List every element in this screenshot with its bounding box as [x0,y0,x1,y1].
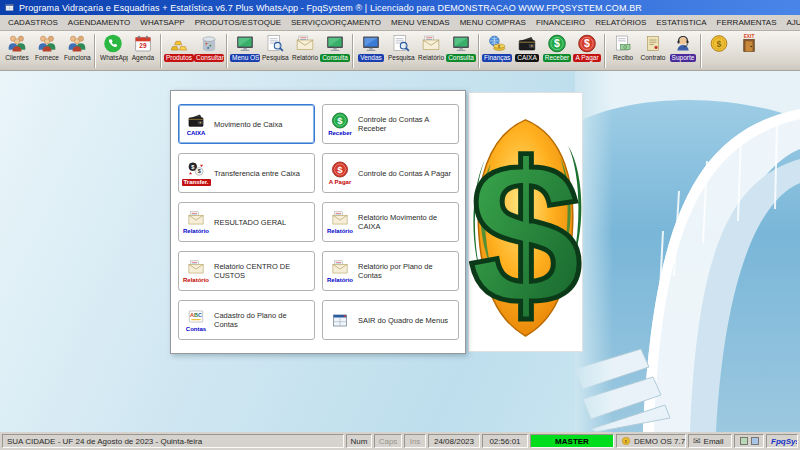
coin-icon [621,436,631,446]
toolbar-button-caixa[interactable]: CAIXA [512,32,542,70]
caixa-wallet-icon: CAIXA [182,111,210,137]
toolbar-button-clientes[interactable]: Clientes [2,32,32,70]
toolbar-separator [352,34,353,68]
tool-icon-1 [740,437,748,445]
toolbar-button-funcionarios[interactable]: Funciona [62,32,92,70]
menu-button-movimento-de-caixa[interactable]: CAIXA Movimento de Caixa [178,104,315,144]
system-version-text: DEMO OS 7.7 [634,437,685,446]
app-icon [4,2,15,13]
toolbar-button-vendas[interactable]: Vendas [356,32,386,70]
toolbar-label: Clientes [3,54,30,62]
toolbar-button-whatsapp[interactable]: WhatsApp [98,32,128,70]
status-date: 24/08/2023 [428,434,480,448]
search-document-icon [390,33,412,54]
report-envelope-icon: Relatório [326,209,354,235]
report-envelope-icon: Relatório [182,209,210,235]
icon-caption: Contas [186,326,206,333]
report-envelope-icon [294,33,316,54]
status-brand[interactable]: FpqSystem [766,434,798,448]
menu-button-contas-a-receber[interactable]: Receber Controle do Contas A Receber [322,104,459,144]
status-location-text: SUA CIDADE - UF 24 de Agosto de 2023 - Q… [7,437,202,446]
toolbar-button-pesquisa-os[interactable]: Pesquisa [260,32,290,70]
toolbar-label: Produtos [164,54,194,62]
menu-button-label: Transferencia entre Caixa [214,169,300,178]
menu-button-sair-quadro-de-menus[interactable]: SAIR do Quadro de Menus [322,300,459,340]
menu-servico-orcamento[interactable]: SERVIÇO/ORÇAMENTO [286,18,386,27]
email-text: Email [704,437,724,446]
menu-button-label: Cadastro do Plano de Contas [214,311,311,329]
app-window: Programa Vidraçaria e Esquadrias + Estat… [0,0,800,450]
menu-button-relatorio-movimento-caixa[interactable]: Relatório Relatório Movimento de CAIXA [322,202,459,242]
toolbar-label: Finanças [482,54,512,62]
menu-menu-vendas[interactable]: MENU VENDAS [386,18,455,27]
wallet-icon [516,33,538,54]
toolbar-button-consulta-vendas[interactable]: Consulta [446,32,476,70]
icon-caption: A Pagar [329,179,351,186]
toolbar-label: Vendas [358,54,384,62]
toolbar-button-relatorio-os[interactable]: Relatório [290,32,320,70]
menu-button-relatorio-por-plano-de-contas[interactable]: Relatório Relatório por Plano de Contas [322,251,459,291]
menu-produtos-estoque[interactable]: PRODUTOS/ESTOQUE [190,18,286,27]
toolbar-label: Relatório [416,54,446,62]
monitor-icon [450,33,472,54]
status-num-lock: Num [346,434,372,448]
toolbar-button-recibo[interactable]: Recibo [608,32,638,70]
menu-ajuda[interactable]: AJUDA [781,18,800,27]
menu-button-label: Relatório por Plano de Contas [358,262,455,280]
report-envelope-icon [420,33,442,54]
status-email[interactable]: ✉Email [688,434,732,448]
report-envelope-icon: Relatório [326,258,354,284]
dollar-logo: $ [468,92,583,352]
menu-menu-compras[interactable]: MENU COMPRAS [455,18,531,27]
toolbar-button-pesquisa-vendas[interactable]: Pesquisa [386,32,416,70]
exit-door-icon [738,33,760,54]
user-name-text: MASTER [555,437,589,446]
tool-icon-2 [751,437,759,445]
menu-relatorios[interactable]: RELATÓRIOS [590,18,651,27]
menu-button-contas-a-pagar[interactable]: A Pagar Controle do Contas A Pagar [322,153,459,193]
finance-coins-icon [486,33,508,54]
toolbar-button-exit[interactable] [734,32,764,70]
menu-whatsapp[interactable]: WHATSAPP [135,18,189,27]
status-bar: SUA CIDADE - UF 24 de Agosto de 2023 - Q… [0,432,800,450]
toolbar-button-agenda[interactable]: Agenda [128,32,158,70]
toolbar-button-fornecedores[interactable]: Fornece [32,32,62,70]
svg-text:$: $ [469,120,582,347]
toolbar-label: Agenda [130,54,156,62]
toolbar-button-receber[interactable]: Receber [542,32,572,70]
dollar-red-icon [576,33,598,54]
menu-button-transferencia-entre-caixa[interactable]: Transfer. Transferencia entre Caixa [178,153,315,193]
toolbar-button-relatorio-vendas[interactable]: Relatório [416,32,446,70]
menu-button-relatorio-centro-de-custos[interactable]: Relatório Relatório CENTRO DE CUSTOS [178,251,315,291]
status-tools[interactable] [734,434,764,448]
toolbar-label: Fornece [33,54,61,62]
window-title: Programa Vidraçaria e Esquadrias + Estat… [19,3,642,13]
toolbar-button-contrato[interactable]: Contrato [638,32,668,70]
dollar-logo-graphic: $ [469,93,582,351]
menu-estatistica[interactable]: ESTATISTICA [651,18,711,27]
toolbar-separator [604,34,605,68]
toolbar-label: A Pagar [573,54,600,62]
menu-cadastros[interactable]: CADASTROS [3,18,63,27]
icon-caption: Relatório [183,228,209,235]
menu-financeiro[interactable]: FINANCEIRO [531,18,590,27]
toolbar-button-consulta-os[interactable]: Consulta [320,32,350,70]
toolbar-button-financas[interactable]: Finanças [482,32,512,70]
num-lock-text: Num [351,437,368,446]
toolbar-button-suporte[interactable]: Suporte [668,32,698,70]
menu-ferramentas[interactable]: FERRAMENTAS [712,18,782,27]
status-user-badge: MASTER [530,434,614,448]
toolbar-button-moedas[interactable] [704,32,734,70]
toolbar-button-produtos[interactable]: Produtos [164,32,194,70]
menu-bar: CADASTROS AGENDAMENTO WHATSAPP PRODUTOS/… [0,15,800,31]
toolbar-label: WhatsApp [98,54,128,62]
menu-button-label: Controle do Contas A Receber [358,115,455,133]
status-system-version: DEMO OS 7.7 [616,434,686,448]
toolbar-button-menu-os[interactable]: Menu OS [230,32,260,70]
menu-button-resultado-geral[interactable]: Relatório RESULTADO GERAL [178,202,315,242]
menu-button-cadastro-plano-de-contas[interactable]: Contas Cadastro do Plano de Contas [178,300,315,340]
toolbar-button-a-pagar[interactable]: A Pagar [572,32,602,70]
whatsapp-icon [102,33,124,54]
menu-agendamento[interactable]: AGENDAMENTO [63,18,136,27]
toolbar-button-consultar-estoque[interactable]: Consultar [194,32,224,70]
